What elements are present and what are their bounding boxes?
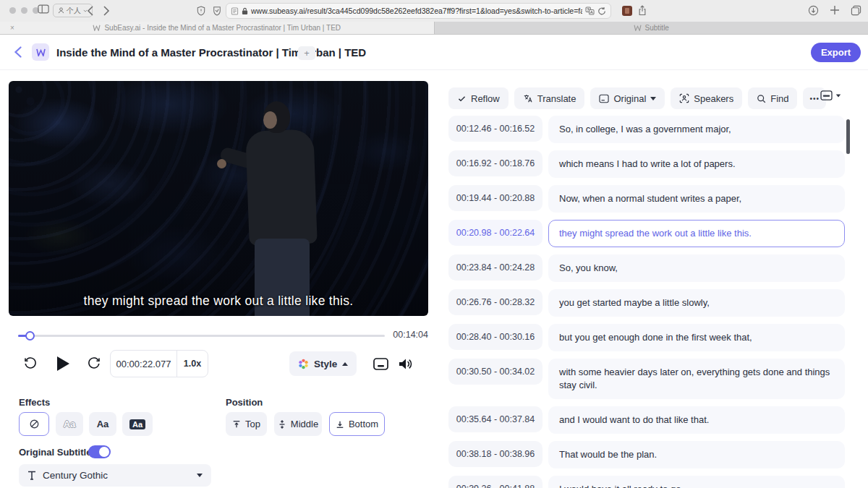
- layout-icon: [820, 90, 833, 100]
- subtitle-row[interactable]: 00:38.18 - 00:38.96 That would be the pl…: [448, 441, 845, 468]
- browser-window: 个人 www.subeasy.ai/result/3ca445cd099dc58…: [0, 0, 868, 488]
- add-button[interactable]: +: [298, 46, 315, 60]
- close-tab-icon[interactable]: ×: [10, 24, 14, 32]
- subtitle-text[interactable]: which means I had to write a lot of pape…: [548, 150, 845, 178]
- reload-icon[interactable]: [597, 7, 606, 16]
- privacy-shield-icon[interactable]: [197, 6, 205, 16]
- position-bottom-button[interactable]: Bottom: [329, 412, 385, 436]
- subtitle-timestamp[interactable]: 00:12.46 - 00:16.52: [448, 116, 542, 142]
- search-icon: [757, 94, 766, 103]
- forward-button[interactable]: [87, 351, 101, 377]
- main-content: they might spread the work out a little …: [0, 70, 868, 488]
- caret-down-icon: [197, 474, 203, 477]
- original-subtitles-toggle[interactable]: [88, 445, 111, 458]
- subeasy-logo-icon: [32, 43, 49, 61]
- export-button[interactable]: Export: [811, 43, 861, 62]
- play-button[interactable]: [55, 351, 71, 377]
- tab-overview-icon[interactable]: [851, 5, 861, 16]
- subtitle-timestamp[interactable]: 00:19.44 - 00:20.88: [448, 185, 542, 211]
- current-time[interactable]: 00:00:22.077: [111, 359, 176, 369]
- subtitle-timestamp[interactable]: 00:16.92 - 00:18.76: [448, 150, 542, 176]
- subtitle-timestamp[interactable]: 00:26.76 - 00:28.32: [448, 289, 542, 315]
- seek-bar[interactable]: [18, 335, 385, 337]
- subtitle-row[interactable]: 00:30.50 - 00:34.02 with some heavier da…: [448, 359, 845, 399]
- position-top-button[interactable]: Top: [226, 412, 267, 436]
- time-display[interactable]: 00:00:22.077 1.0x: [110, 350, 208, 377]
- effect-plain-button[interactable]: Aa: [89, 412, 116, 436]
- effects-label: Effects: [19, 397, 50, 408]
- back-icon[interactable]: [87, 6, 93, 16]
- translate-page-icon[interactable]: [585, 7, 595, 15]
- subtitle-text[interactable]: you get started maybe a little slowly,: [548, 289, 845, 317]
- layout-toggle-button[interactable]: [820, 90, 841, 100]
- subtitle-text[interactable]: they might spread the work out a little …: [548, 220, 845, 247]
- video-player[interactable]: they might spread the work out a little …: [9, 81, 428, 316]
- subtitle-row[interactable]: 00:39.26 - 00:41.88 I would have it all …: [448, 476, 845, 488]
- subtitle-timestamp[interactable]: 00:35.64 - 00:37.84: [448, 406, 542, 432]
- tab-strip: × SubEasy.ai - Inside the Mind of a Mast…: [0, 22, 868, 35]
- subtitle-timestamp[interactable]: 00:20.98 - 00:22.64: [448, 220, 542, 246]
- find-button[interactable]: Find: [748, 87, 797, 109]
- seek-bar-handle[interactable]: [25, 331, 35, 341]
- subtitle-row[interactable]: 00:35.64 - 00:37.84 and I would want to …: [448, 406, 845, 434]
- font-select[interactable]: Century Gothic: [19, 464, 211, 487]
- position-middle-button[interactable]: Middle: [274, 412, 322, 436]
- subtitle-timestamp[interactable]: 00:23.84 - 00:24.28: [448, 254, 542, 281]
- rewind-button[interactable]: [23, 351, 38, 377]
- caret-up-icon: [342, 362, 348, 366]
- subtitle-row[interactable]: 00:26.76 - 00:28.32 you get started mayb…: [448, 289, 845, 317]
- volume-icon[interactable]: [398, 351, 413, 377]
- window-controls[interactable]: [9, 7, 39, 14]
- close-window-icon[interactable]: [9, 7, 16, 14]
- person-icon: [58, 7, 64, 14]
- subtitle-timestamp[interactable]: 00:39.26 - 00:41.88: [448, 476, 542, 488]
- subtitle-text[interactable]: with some heavier days later on, everyth…: [548, 359, 845, 399]
- effect-none-button[interactable]: [19, 412, 49, 436]
- subtitle-text[interactable]: and I would want to do that like that.: [548, 406, 845, 434]
- tab-active[interactable]: × SubEasy.ai - Inside the Mind of a Mast…: [0, 22, 434, 34]
- audience-backdrop: [9, 81, 428, 316]
- subtitle-row[interactable]: 00:28.40 - 00:30.16 but you get enough d…: [448, 324, 845, 351]
- downloads-icon[interactable]: [808, 5, 819, 16]
- tab-title: SubEasy.ai - Inside the Mind of a Master…: [104, 24, 341, 32]
- subtitle-text[interactable]: but you get enough done in the first wee…: [548, 324, 845, 351]
- reflow-button[interactable]: Reflow: [448, 87, 509, 109]
- extension-shield-icon[interactable]: [213, 6, 221, 16]
- original-button[interactable]: Original: [590, 87, 665, 109]
- address-bar[interactable]: www.subeasy.ai/result/3ca445cd099dc58e26…: [226, 3, 611, 19]
- subtitle-text[interactable]: I would have it all ready to go,: [548, 476, 845, 488]
- subtitle-timestamp[interactable]: 00:28.40 - 00:30.16: [448, 324, 542, 350]
- video-duration: 00:14:04: [389, 330, 428, 340]
- subtitle-timestamp[interactable]: 00:38.18 - 00:38.96: [448, 441, 542, 467]
- share-icon[interactable]: [638, 5, 647, 16]
- new-tab-icon[interactable]: [830, 5, 840, 15]
- subeasy-favicon: [93, 25, 101, 31]
- browser-toolbar: 个人 www.subeasy.ai/result/3ca445cd099dc58…: [0, 0, 868, 22]
- minimize-window-icon[interactable]: [21, 7, 27, 14]
- subtitle-row[interactable]: 00:16.92 - 00:18.76 which means I had to…: [448, 150, 845, 178]
- tab-subtitle[interactable]: Subtitle: [434, 22, 868, 34]
- subtitle-row[interactable]: 00:23.84 - 00:24.28 So, you know,: [448, 254, 845, 282]
- lock-icon: [242, 7, 248, 15]
- extension-icon[interactable]: [622, 6, 632, 16]
- subtitle-text[interactable]: So, you know,: [548, 254, 845, 282]
- playback-speed[interactable]: 1.0x: [177, 359, 208, 369]
- subtitle-row[interactable]: 00:12.46 - 00:16.52 So, in college, I wa…: [448, 116, 845, 143]
- subtitle-text[interactable]: So, in college, I was a government major…: [548, 116, 845, 143]
- translate-button[interactable]: Translate: [514, 87, 585, 109]
- effect-outline-button[interactable]: Aa: [56, 412, 83, 436]
- ellipsis-icon: •••: [809, 95, 820, 103]
- forward-icon[interactable]: [103, 6, 110, 16]
- sidebar-icon[interactable]: [38, 4, 49, 14]
- effect-boxed-button[interactable]: Aa: [122, 412, 153, 436]
- style-button[interactable]: Style: [289, 351, 357, 376]
- speakers-button[interactable]: Speakers: [671, 87, 742, 109]
- subtitle-row[interactable]: 00:19.44 - 00:20.88 Now, when a normal s…: [448, 185, 845, 213]
- subtitle-text[interactable]: Now, when a normal student writes a pape…: [548, 185, 845, 213]
- subtitle-row[interactable]: 00:20.98 - 00:22.64 they might spread th…: [448, 220, 845, 247]
- subtitle-timestamp[interactable]: 00:30.50 - 00:34.02: [448, 359, 542, 385]
- subtitle-view-icon[interactable]: [373, 351, 388, 377]
- subtitle-text[interactable]: That would be the plan.: [548, 441, 845, 468]
- back-button[interactable]: [10, 45, 25, 59]
- list-scrollbar[interactable]: [846, 119, 850, 154]
